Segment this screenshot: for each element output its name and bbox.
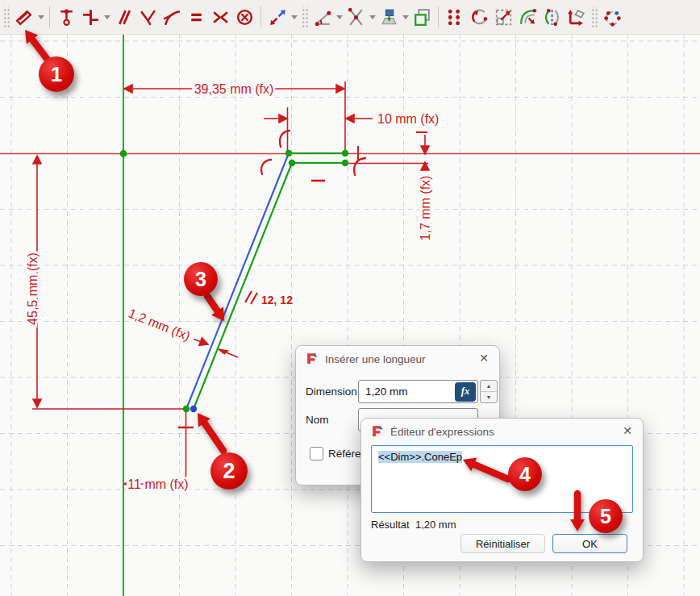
perpendicular-constraint-icon[interactable] <box>135 3 160 31</box>
spin-down-icon[interactable]: ▼ <box>481 392 497 402</box>
ok-button[interactable]: OK <box>552 534 627 553</box>
close-icon[interactable]: ✕ <box>623 424 632 437</box>
dimension-label: Dimension : <box>306 386 363 398</box>
dropdown-caret[interactable] <box>335 3 344 31</box>
expression-editor-dialog: Éditeur d'expressions ✕ <<Dim>>.ConeEp R… <box>360 418 644 562</box>
move-rectangular-array-icon[interactable] <box>564 3 588 31</box>
dropdown-caret[interactable] <box>368 3 377 31</box>
equal-constraint-icon[interactable] <box>184 3 208 31</box>
point-coincidence-icon[interactable] <box>54 3 78 31</box>
dimension-tool-icon[interactable] <box>265 3 290 31</box>
callout-badge-3: 3 <box>184 262 218 296</box>
dim-width-top: 39,35 mm (fx) <box>194 82 274 96</box>
spin-up-icon[interactable]: ▲ <box>481 381 497 392</box>
dim-height-left: 45,5 mm (fx) <box>26 252 40 325</box>
trim-edge-icon[interactable] <box>344 3 368 31</box>
toolbar-separator <box>438 6 439 27</box>
close-icon[interactable]: ✕ <box>479 352 489 365</box>
scale-icon[interactable] <box>491 3 515 31</box>
callout-badge-1: 1 <box>39 56 74 92</box>
carbon-copy-icon[interactable] <box>410 3 434 31</box>
reference-checkbox[interactable] <box>310 447 323 461</box>
callout-badge-5: 5 <box>589 499 623 533</box>
tangent-constraint-icon[interactable] <box>160 3 184 31</box>
toolbar-grip[interactable] <box>2 6 10 27</box>
toggle-construction-icon[interactable] <box>377 3 401 31</box>
toolbar-separator <box>49 6 50 27</box>
symmetric-constraint-icon[interactable] <box>208 3 232 31</box>
rotate-icon[interactable] <box>467 3 491 31</box>
angle-constraint-icon[interactable] <box>310 3 335 31</box>
translate-icon[interactable] <box>443 3 467 31</box>
selected-point <box>190 406 197 412</box>
dimension-caliper-icon[interactable] <box>12 3 36 31</box>
dim-width-small: 10 mm (fx) <box>377 112 439 126</box>
dimension-value: 1,20 mm <box>365 386 408 398</box>
symmetry-icon[interactable] <box>540 3 564 31</box>
toolbar-grip[interactable] <box>301 6 308 27</box>
result-label: Résultat <box>371 519 410 531</box>
dim-offset-bottom: 11 mm (fx) <box>127 477 188 491</box>
result-row: Résultat 1,20 mm <box>371 519 456 531</box>
dialog-title: Éditeur d'expressions <box>390 426 494 438</box>
callout-badge-2: 2 <box>210 452 248 490</box>
dim-gap-diagonal: 1,2 mm (fx) <box>127 306 192 344</box>
reset-button[interactable]: Réinitialiser <box>460 534 545 553</box>
expression-fx-button[interactable]: fx <box>455 382 476 402</box>
dropdown-caret[interactable] <box>290 3 298 31</box>
dialog-title: Insérer une longueur <box>325 353 426 365</box>
parallel-constraint-label: 12, 12 <box>261 294 293 306</box>
horizontal-vertical-constraint-icon[interactable] <box>78 3 102 31</box>
callout-badge-4: 4 <box>508 457 542 491</box>
dimension-spinner[interactable]: ▲ ▼ <box>480 380 498 403</box>
parallel-constraint-icon[interactable] <box>111 3 135 31</box>
dropdown-caret[interactable] <box>401 3 410 31</box>
circular-array-icon[interactable] <box>600 3 624 31</box>
name-label: Nom <box>306 414 329 426</box>
offset-icon[interactable] <box>515 3 540 31</box>
freecad-logo-icon <box>306 352 319 365</box>
toolbar-grip[interactable] <box>590 6 598 27</box>
freecad-logo-icon <box>371 424 385 438</box>
dim-gap-right: 1,7 mm (fx) <box>419 176 432 241</box>
toolbar-separator <box>260 6 261 27</box>
expression-text: <<Dim>>.ConeEp <box>378 451 462 463</box>
dropdown-caret[interactable] <box>36 3 45 31</box>
block-constraint-icon[interactable] <box>232 3 256 31</box>
result-value: 1,20 mm <box>415 519 456 531</box>
sketcher-constraints-toolbar <box>0 0 700 35</box>
dropdown-caret[interactable] <box>102 3 111 31</box>
